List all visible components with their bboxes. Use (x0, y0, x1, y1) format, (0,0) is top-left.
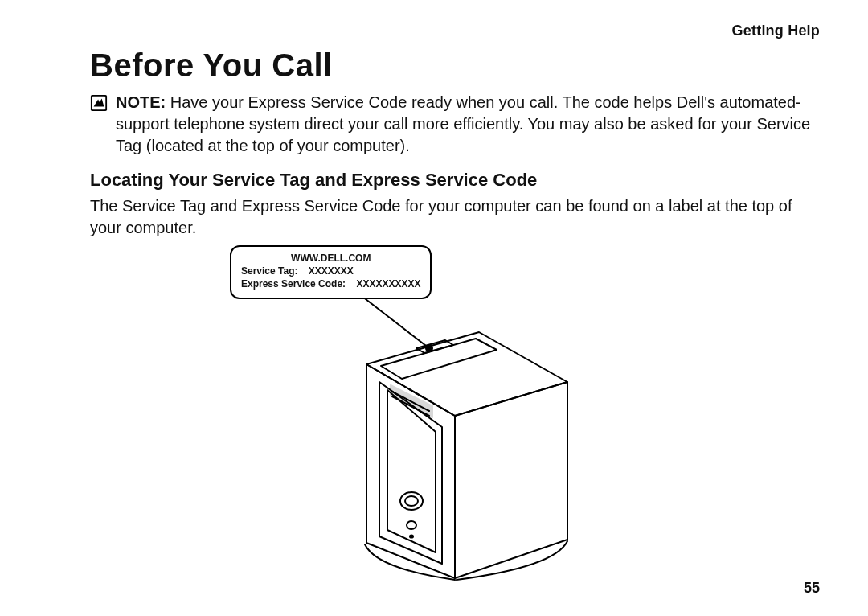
page-number: 55 (804, 580, 820, 597)
callout-service-tag-label: Service Tag: (241, 265, 297, 277)
section-subhead: Locating Your Service Tag and Express Se… (90, 170, 820, 191)
note-body: Have your Express Service Code ready whe… (116, 93, 810, 154)
note-text: NOTE: Have your Express Service Code rea… (116, 92, 820, 157)
service-tag-callout: WWW.DELL.COM Service Tag: XXXXXXX Expres… (230, 245, 432, 299)
callout-service-tag-value: XXXXXXX (309, 265, 354, 277)
section-body: The Service Tag and Express Service Code… (90, 195, 820, 239)
service-tag-figure: WWW.DELL.COM Service Tag: XXXXXXX Expres… (230, 245, 680, 583)
note-icon (90, 94, 108, 112)
svg-point-9 (410, 535, 413, 537)
callout-url: WWW.DELL.COM (241, 252, 420, 265)
note-label: NOTE: (116, 93, 166, 111)
note-block: NOTE: Have your Express Service Code rea… (90, 92, 820, 157)
callout-esc-label: Express Service Code: (241, 278, 346, 290)
svg-line-2 (358, 294, 429, 348)
page-title: Before You Call (90, 47, 820, 84)
manual-page: Getting Help Before You Call NOTE: Have … (0, 0, 868, 616)
callout-esc-value: XXXXXXXXXX (356, 278, 420, 290)
callout-service-tag-row: Service Tag: XXXXXXX (241, 265, 420, 277)
callout-esc-row: Express Service Code: XXXXXXXXXX (241, 277, 420, 290)
running-head: Getting Help (90, 23, 820, 39)
